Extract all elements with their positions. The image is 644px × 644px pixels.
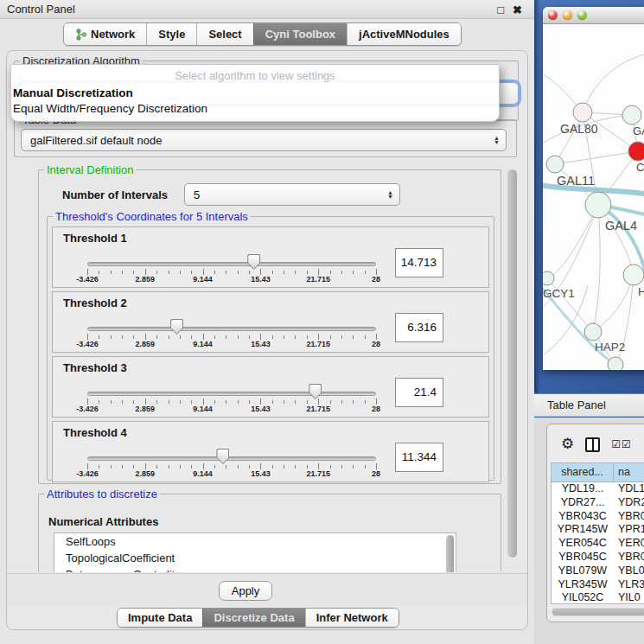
attribute-list-item[interactable]: BetweennessCentrality	[54, 566, 456, 572]
node-label: H	[638, 285, 644, 298]
node-attribute-table[interactable]: shared... na YDL19...YDL1YDR27...YDR2YBR…	[551, 462, 644, 604]
minor-tick	[341, 271, 342, 274]
stepper-arrows-icon: ▲▼	[387, 190, 399, 199]
network-edge[interactable]	[547, 205, 598, 278]
network-node-hap2[interactable]	[584, 323, 602, 341]
network-edge[interactable]	[593, 205, 600, 332]
table-row[interactable]: YIL052CYIL0	[552, 591, 644, 604]
table-data-combobox[interactable]: galFiltered.sif default node ▲▼	[21, 129, 507, 151]
panel-title: Control Panel	[0, 3, 75, 16]
table-row[interactable]: YDL19...YDL1	[552, 482, 644, 496]
checkbox-icons[interactable]: ☑☑	[611, 438, 632, 450]
threshold-value-field[interactable]: 21.4	[395, 378, 443, 407]
desktop-right-region: GAL80GACGAL11GAL4GCY1HHAP2 Table Panel ⚙…	[534, 0, 644, 644]
gear-icon[interactable]: ⚙	[561, 437, 574, 452]
numerical-attributes-label: Numerical Attributes	[48, 515, 158, 528]
table-row[interactable]: YBL079WYBL0	[552, 564, 644, 578]
table-row[interactable]: YBR045CYBR0	[552, 551, 644, 564]
float-window-icon[interactable]: □	[497, 3, 504, 16]
network-node-gal11[interactable]	[546, 156, 564, 173]
settings-vertical-scrollbar[interactable]	[507, 169, 517, 558]
minor-tick	[295, 400, 296, 404]
scrollbar-thumb[interactable]	[552, 609, 644, 615]
tab-cyni-toolbox[interactable]: Cyni Toolbox	[253, 23, 347, 45]
tab-label: Cyni Toolbox	[265, 28, 335, 41]
minor-tick	[214, 271, 215, 274]
tab-label: Discretize Data	[214, 611, 294, 624]
column-header-name[interactable]: na	[614, 463, 644, 481]
minor-tick	[169, 335, 169, 339]
minor-tick	[295, 271, 296, 274]
attributes-list-scrollbar[interactable]	[446, 535, 454, 572]
column-header-shared-name[interactable]: shared...	[552, 463, 614, 481]
thumb-face	[217, 450, 228, 463]
close-panel-icon[interactable]: ✖	[513, 3, 522, 16]
node-label: GAL11	[557, 174, 595, 188]
network-node-c[interactable]	[628, 142, 644, 161]
tab-network[interactable]: Network	[64, 23, 146, 45]
table-row[interactable]: YPR145WYPR1	[552, 523, 644, 537]
network-node-gal80[interactable]	[573, 103, 592, 122]
close-traffic-light-icon[interactable]	[548, 10, 558, 20]
threshold-slider-track[interactable]	[87, 262, 376, 266]
threshold-value-field[interactable]: 6.316	[395, 313, 443, 342]
threshold-label: Threshold 2	[63, 296, 127, 309]
minimize-traffic-light-icon[interactable]	[563, 10, 572, 20]
attribute-list-item[interactable]: SelfLoops	[54, 533, 456, 550]
control-panel-titlebar: Control Panel □ ✖	[0, 0, 534, 19]
network-canvas[interactable]: GAL80GACGAL11GAL4GCY1HHAP2	[543, 24, 644, 370]
bottom-tab-bar: Impute DataDiscretize DataInfer Network	[117, 608, 399, 628]
threshold-panel-3: Threshold 3-3.4262.8599.14415.4321.71528…	[52, 356, 489, 418]
table-horizontal-scrollbar[interactable]	[552, 608, 644, 616]
threshold-value-field[interactable]: 11.344	[395, 443, 443, 472]
network-node-gal4[interactable]	[585, 192, 611, 218]
num-intervals-combobox[interactable]: 5 ▲▼	[184, 183, 400, 206]
threshold-slider-track[interactable]	[87, 327, 376, 331]
table-row[interactable]: YLR345WYLR3	[552, 578, 644, 592]
table-row[interactable]: YBR043CYBR0	[552, 510, 644, 524]
major-tick	[145, 463, 146, 469]
threshold-slider-track[interactable]	[87, 456, 376, 461]
minor-tick	[341, 465, 342, 469]
tab-select[interactable]: Select	[196, 23, 252, 45]
columns-icon[interactable]	[585, 437, 600, 452]
network-node-h[interactable]	[623, 265, 644, 285]
tab-style[interactable]: Style	[146, 23, 196, 45]
minor-tick	[191, 400, 192, 404]
minor-tick	[180, 400, 181, 404]
minor-tick	[330, 465, 331, 469]
tab-discretize-data[interactable]: Discretize Data	[202, 609, 304, 627]
cell-shared-name: YIL052C	[552, 591, 614, 604]
threshold-value-field[interactable]: 14.713	[395, 248, 443, 277]
dropdown-option-manual-discretization[interactable]: Manual Discretization	[13, 86, 497, 99]
threshold-label: Threshold 3	[63, 361, 127, 374]
top-tab-bar: NetworkStyleSelectCyni ToolboxjActiveMNo…	[63, 22, 462, 46]
network-view-window[interactable]: GAL80GACGAL11GAL4GCY1HHAP2	[543, 7, 644, 370]
threshold-slider-thumb[interactable]	[247, 254, 260, 270]
network-node-gcy1[interactable]	[543, 271, 554, 285]
tab-jactivemnodules[interactable]: jActiveMNodules	[347, 23, 461, 45]
network-node[interactable]	[608, 357, 623, 370]
tab-infer-network[interactable]: Infer Network	[305, 609, 399, 627]
table-row[interactable]: YDR27...YDR2	[552, 496, 644, 510]
attribute-list-item[interactable]: TopologicalCoefficient	[54, 550, 456, 566]
threshold-slider-thumb[interactable]	[170, 319, 183, 335]
network-node-ga[interactable]	[622, 105, 641, 124]
tab-impute-data[interactable]: Impute Data	[118, 609, 202, 627]
apply-button[interactable]: Apply	[219, 581, 272, 601]
node-label: HAP2	[595, 341, 625, 354]
node-label: GAL80	[560, 122, 598, 136]
numerical-attributes-list[interactable]: SelfLoopsTopologicalCoefficientBetweenne…	[54, 532, 456, 572]
cell-name: YER0	[614, 537, 644, 551]
threshold-slider-thumb[interactable]	[309, 384, 322, 399]
threshold-slider-track[interactable]	[87, 392, 376, 396]
table-row[interactable]: YER054CYER0	[552, 537, 644, 551]
tick-label: -3.426	[76, 469, 99, 478]
dropdown-option-equal-width-frequency[interactable]: Equal Width/Frequency Discretization	[13, 102, 497, 115]
network-edge[interactable]	[555, 151, 638, 164]
threshold-slider-thumb[interactable]	[216, 449, 229, 464]
zoom-traffic-light-icon[interactable]	[577, 10, 587, 20]
network-edge[interactable]	[583, 54, 644, 112]
minor-tick	[353, 465, 354, 469]
major-tick	[87, 269, 88, 275]
